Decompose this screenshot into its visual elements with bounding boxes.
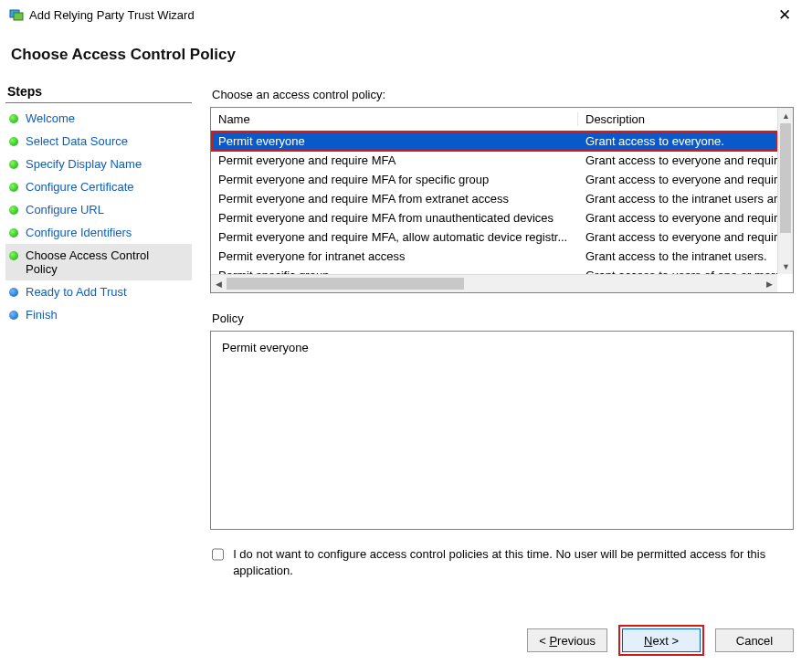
scroll-right-icon[interactable]: ▶ — [762, 275, 777, 293]
step-label: Select Data Source — [26, 134, 128, 148]
policy-desc: Grant access to the intranet users ar — [578, 192, 777, 206]
step-configure-url[interactable]: Configure URL — [5, 198, 192, 221]
policy-detail-box: Permit everyone — [210, 331, 794, 530]
step-label: Finish — [26, 308, 58, 322]
close-icon[interactable]: ✕ — [766, 5, 803, 25]
policy-name: Permit everyone and require MFA — [211, 153, 578, 167]
status-dot-icon — [9, 288, 18, 297]
scroll-up-icon[interactable]: ▲ — [778, 108, 794, 123]
policy-desc: Grant access to everyone. — [578, 134, 777, 148]
wizard-icon — [9, 7, 24, 22]
policy-row[interactable]: Permit everyone and require MFA Grant ac… — [211, 151, 777, 170]
step-label: Welcome — [26, 111, 75, 125]
policy-desc: Grant access to everyone and requir — [578, 173, 777, 186]
policy-desc: Grant access to the intranet users. — [578, 249, 777, 263]
list-header: Name Description — [211, 108, 793, 132]
window-title: Add Relying Party Trust Wizard — [29, 8, 766, 22]
scroll-down-icon[interactable]: ▼ — [778, 259, 794, 274]
policy-row[interactable]: Permit specific group Grant access to us… — [211, 266, 777, 274]
step-configure-identifiers[interactable]: Configure Identifiers — [5, 221, 192, 244]
policy-row[interactable]: Permit everyone and require MFA for spec… — [211, 170, 777, 189]
policy-name: Permit everyone — [211, 134, 578, 148]
step-label: Configure Identifiers — [26, 226, 132, 239]
policy-name: Permit everyone and require MFA from ext… — [211, 192, 578, 206]
skip-policy-checkbox-row[interactable]: I do not want to configure access contro… — [210, 546, 794, 578]
policy-name: Permit everyone and require MFA for spec… — [211, 173, 578, 186]
step-label: Configure URL — [26, 203, 104, 216]
status-dot-icon — [9, 114, 18, 123]
svg-rect-1 — [14, 13, 23, 20]
sidebar-heading: Steps — [5, 80, 192, 103]
step-configure-certificate[interactable]: Configure Certificate — [5, 175, 192, 198]
status-dot-icon — [9, 160, 18, 169]
step-label: Specify Display Name — [26, 157, 142, 171]
steps-sidebar: Steps Welcome Select Data Source Specify… — [0, 80, 195, 663]
policy-row[interactable]: Permit everyone and require MFA from una… — [211, 208, 777, 227]
step-ready-to-add-trust[interactable]: Ready to Add Trust — [5, 280, 192, 303]
title-bar: Add Relying Party Trust Wizard ✕ — [0, 0, 812, 29]
skip-policy-label: I do not want to configure access contro… — [233, 546, 792, 578]
status-dot-icon — [9, 228, 18, 238]
next-button[interactable]: Next > — [622, 628, 701, 652]
step-label: Choose Access Control Policy — [26, 248, 181, 276]
policy-name: Permit everyone and require MFA, allow a… — [211, 230, 578, 244]
status-dot-icon — [9, 206, 18, 215]
policy-detail-text: Permit everyone — [222, 341, 309, 354]
policy-name: Permit everyone for intranet access — [211, 249, 578, 263]
policy-row[interactable]: Permit everyone for intranet access Gran… — [211, 247, 777, 266]
page-title: Choose Access Control Policy — [0, 29, 812, 80]
policy-detail-label: Policy — [212, 311, 794, 325]
cancel-button[interactable]: Cancel — [715, 628, 794, 652]
policy-row[interactable]: Permit everyone and require MFA from ext… — [211, 189, 777, 208]
step-label: Ready to Add Trust — [26, 285, 127, 299]
step-specify-display-name[interactable]: Specify Display Name — [5, 153, 192, 175]
status-dot-icon — [9, 311, 18, 320]
policy-name: Permit everyone and require MFA from una… — [211, 211, 578, 225]
main-panel: Choose an access control policy: Name De… — [195, 80, 812, 663]
policy-list-label: Choose an access control policy: — [212, 88, 794, 101]
scroll-left-icon[interactable]: ◀ — [211, 275, 227, 293]
policy-row[interactable]: Permit everyone and require MFA, allow a… — [211, 227, 777, 247]
policy-list: Name Description Permit everyone Grant a… — [210, 107, 794, 293]
policy-desc: Grant access to everyone and requir — [578, 153, 777, 167]
column-name[interactable]: Name — [211, 112, 578, 126]
step-welcome[interactable]: Welcome — [5, 107, 192, 130]
scroll-thumb[interactable] — [780, 123, 791, 233]
skip-policy-checkbox[interactable] — [212, 548, 224, 561]
column-description[interactable]: Description — [578, 112, 793, 126]
policy-row[interactable]: Permit everyone Grant access to everyone… — [211, 132, 777, 151]
step-select-data-source[interactable]: Select Data Source — [5, 130, 192, 153]
policy-desc: Grant access to everyone and requir — [578, 211, 777, 225]
status-dot-icon — [9, 251, 18, 260]
step-finish[interactable]: Finish — [5, 303, 192, 326]
status-dot-icon — [9, 183, 18, 192]
status-dot-icon — [9, 137, 18, 146]
list-body: Permit everyone Grant access to everyone… — [211, 132, 777, 274]
horizontal-scrollbar[interactable]: ◀ ▶ — [211, 274, 777, 292]
highlight-marker: Next > — [618, 625, 704, 656]
policy-desc: Grant access to everyone and requir — [578, 230, 777, 244]
step-label: Configure Certificate — [26, 180, 134, 194]
step-choose-access-control-policy[interactable]: Choose Access Control Policy — [5, 244, 192, 280]
wizard-buttons: < Previous Next > Cancel — [527, 625, 794, 656]
vertical-scrollbar[interactable]: ▲ ▼ — [777, 108, 793, 274]
previous-button[interactable]: < Previous — [527, 628, 607, 652]
scroll-thumb[interactable] — [227, 278, 464, 290]
